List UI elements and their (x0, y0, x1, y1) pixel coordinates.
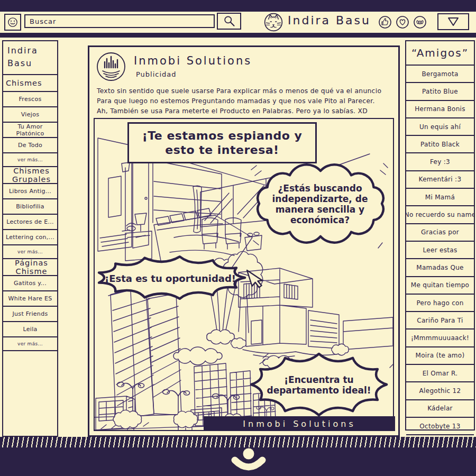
search-button[interactable] (217, 13, 241, 30)
sidebar-section-title[interactable]: Chismes Grupales (3, 167, 57, 184)
user-avatar[interactable] (263, 12, 283, 32)
friend-item[interactable]: Mamadas Que (406, 259, 474, 277)
friend-item[interactable]: El Omar R. (406, 365, 474, 382)
friends-rows: BergamotaPatito BlueHermana BonisUn equi… (406, 66, 474, 453)
friend-item[interactable]: Bergamota (406, 66, 474, 83)
friend-item[interactable]: No recuerdo su name (406, 206, 474, 224)
top-strip (0, 0, 476, 12)
sidebar-item[interactable]: ver más... (3, 245, 57, 259)
sidebar-item[interactable]: Leila (3, 322, 57, 337)
sidebar-item[interactable]: De Todo (3, 138, 57, 153)
like-icon[interactable] (378, 15, 392, 29)
sidebar-item[interactable]: Just Friends (3, 307, 57, 322)
sidebar-item[interactable]: ver más... (3, 337, 57, 351)
sidebar-item[interactable]: ver más... (3, 153, 57, 167)
ad-illustration[interactable]: ¡Te estamos espiando y esto te interesa!… (94, 118, 394, 431)
sidebar-section-title[interactable]: Chismes (3, 75, 57, 92)
friend-item[interactable]: Mi Mamá (406, 189, 474, 206)
user-name[interactable]: Indira Basu (288, 14, 371, 27)
cloud-bubble-text: ¿Estás buscando independizarte, de maner… (261, 175, 379, 233)
notifications-icon[interactable] (413, 15, 427, 29)
bush (113, 410, 142, 428)
sidebar-item[interactable]: Tu Amor Platónico (3, 123, 57, 138)
left-sidebar-rows: ChismesFrescosViejosTu Amor PlatónicoDe … (3, 75, 57, 351)
sidebar-item[interactable]: Bibliofilia (3, 199, 57, 215)
cat-face-icon (263, 12, 283, 32)
burst-bubble-text-1: ¡Esta es tu oportunidad! (103, 269, 237, 287)
ad-headline: ¡Te estamos espiando y esto te interesa! (127, 122, 317, 163)
friend-item[interactable]: Kádelar (406, 400, 474, 418)
friend-item[interactable]: Me quitan tiempo (406, 277, 474, 295)
post-body-line: Ah, También se usa Para meterte el Produ… (97, 106, 394, 116)
friend-item[interactable]: Patito Blue (406, 83, 474, 100)
footer (0, 447, 476, 476)
friend-item[interactable]: ¡Mmmmuuuaack! (406, 329, 474, 347)
sponsored-label: Publicidad (136, 70, 177, 78)
post-body-line: Texto sin sentido que suele usarse Para … (97, 86, 394, 96)
home-button[interactable] (4, 14, 21, 31)
triangle-down-icon (444, 16, 462, 28)
topbar-separator (0, 33, 476, 38)
account-menu-button[interactable] (437, 13, 469, 30)
friend-item[interactable]: Leer estas (406, 242, 474, 259)
sidebar-item[interactable]: Frescos (3, 92, 57, 107)
bush (174, 411, 198, 427)
advertiser-logo[interactable] (96, 51, 126, 82)
heart-icon[interactable] (396, 15, 409, 29)
sidebar-item[interactable]: Viejos (3, 107, 57, 123)
friend-item[interactable]: Octobyte 13 (406, 418, 474, 435)
topbar: Indira Basu (0, 12, 476, 33)
sidebar-item[interactable]: Gatitos y... (3, 276, 57, 291)
sidebar-item[interactable]: White Hare ES (3, 291, 57, 307)
smiley-icon (6, 16, 19, 29)
cloud (173, 347, 222, 365)
sidebar-item[interactable]: Lettering con,... (3, 230, 57, 245)
friend-item[interactable]: Hermana Bonis (406, 101, 474, 118)
bush (207, 329, 234, 344)
friend-item[interactable]: Moira (te amo) (406, 347, 474, 365)
left-sidebar: Indira Basu ChismesFrescosViejosTu Amor … (2, 40, 58, 437)
sidebar-item[interactable]: Lectores de E... (3, 215, 57, 230)
bush (332, 344, 349, 355)
right-sidebar: “Amigos” BergamotaPatito BlueHermana Bon… (405, 40, 475, 431)
friend-item[interactable]: Pero hago con (406, 295, 474, 312)
sidebar-item[interactable]: Libros Antig... (3, 184, 57, 199)
friend-item[interactable]: Un equis ahí (406, 118, 474, 136)
magnifier-icon (222, 14, 236, 28)
friend-item[interactable]: Cariño Para Ti (406, 312, 474, 329)
friend-item[interactable]: Gracias por (406, 224, 474, 242)
ad-post: Inmobi Solutions Publicidad Texto sin se… (88, 45, 400, 437)
friend-item[interactable]: Fey :3 (406, 153, 474, 171)
sidebar-section-title[interactable]: Páginas Chisme (3, 259, 57, 276)
friend-item[interactable]: Alegothic 12 (406, 382, 474, 400)
footer-smiley-icon (227, 443, 270, 476)
search-input[interactable] (24, 14, 215, 28)
ad-banner: Inmobi Solutions (204, 416, 395, 431)
advertiser-name[interactable]: Inmobi Solutions (134, 54, 252, 67)
post-body: Texto sin sentido que suele usarse Para … (97, 86, 394, 116)
friend-item[interactable]: Patito Black (406, 136, 474, 153)
friend-item[interactable]: Kementári :3 (406, 171, 474, 189)
friends-title: “Amigos” (406, 41, 474, 66)
sidebar-profile-name[interactable]: Indira Basu (3, 41, 57, 75)
bush (231, 338, 246, 349)
post-body-line: Para que luego no estemos Preguntando ma… (97, 96, 394, 106)
burst-bubble-text-2: ¡Encuentra tu departamento ideal! (263, 369, 375, 401)
